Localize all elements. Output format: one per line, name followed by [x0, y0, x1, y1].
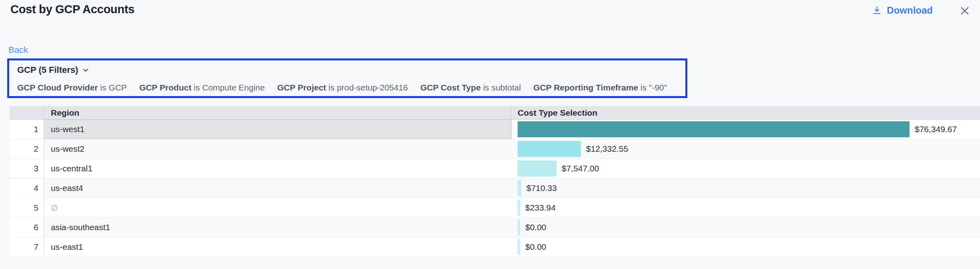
cost-bar: [518, 180, 521, 196]
filter-condition: is GCP: [100, 83, 127, 92]
table-row[interactable]: 4 us-east4 $710.33: [10, 179, 980, 198]
cost-cell: $7,547.00: [512, 159, 980, 178]
region-cell[interactable]: us-east4: [44, 179, 512, 198]
table-row[interactable]: 6 asia-southeast1 $0.00: [10, 218, 980, 237]
cost-cell: $710.33: [512, 179, 980, 198]
filter-condition: is prod-setup-205416: [328, 83, 408, 92]
filter-item: GCP Cost Type is subtotal: [420, 83, 521, 92]
cost-value-label: $0.00: [525, 242, 546, 252]
cost-bar: [518, 161, 556, 177]
row-number: 1: [10, 120, 44, 139]
cost-value-label: $12,332.55: [586, 144, 628, 154]
chevron-down-icon: [82, 66, 90, 74]
filter-condition: is Compute Engine: [194, 83, 265, 92]
region-cell[interactable]: us-central1: [44, 159, 512, 178]
region-column-header: Region: [44, 106, 512, 119]
region-cell[interactable]: us-west1: [44, 120, 512, 139]
filter-condition: is "-90": [641, 83, 667, 92]
table-row[interactable]: 3 us-central1 $7,547.00: [10, 159, 980, 179]
row-number: 2: [10, 139, 44, 159]
filter-name: GCP Project: [277, 83, 326, 92]
download-icon: [872, 5, 882, 16]
region-cell[interactable]: us-west2: [44, 139, 512, 159]
filter-condition: is subtotal: [483, 83, 521, 92]
cost-bar: [518, 141, 581, 157]
filter-summary-label: GCP (5 Filters): [17, 65, 78, 75]
cost-table: Region Cost Type Selection 1 us-west1 $7…: [10, 106, 980, 257]
filter-name: GCP Reporting Timeframe: [533, 83, 638, 92]
row-number: 4: [10, 179, 44, 198]
filter-item-list: GCP Cloud Provider is GCP GCP Product is…: [17, 83, 667, 92]
filter-item: GCP Reporting Timeframe is "-90": [533, 83, 667, 92]
close-icon: [959, 5, 970, 16]
row-number: 7: [10, 237, 44, 257]
cost-cell: $0.00: [512, 237, 980, 257]
cost-cell: $0.00: [512, 218, 980, 237]
cost-value-label: $7,547.00: [562, 164, 599, 173]
cost-cell: $12,332.55: [512, 139, 980, 159]
cost-value-label: $76,349.67: [915, 124, 957, 134]
filter-name: GCP Cost Type: [420, 83, 481, 92]
region-cell[interactable]: asia-southeast1: [44, 218, 512, 237]
table-row[interactable]: 1 us-west1 $76,349.67: [10, 120, 980, 139]
row-number: 3: [10, 159, 44, 178]
filter-item: GCP Cloud Provider is GCP: [17, 83, 127, 92]
close-button[interactable]: [958, 4, 971, 17]
filter-panel: GCP (5 Filters) GCP Cloud Provider is GC…: [7, 58, 687, 98]
back-link[interactable]: Back: [8, 45, 28, 55]
page-title: Cost by GCP Accounts: [10, 3, 135, 16]
row-number: 6: [10, 218, 44, 237]
download-button[interactable]: Download: [872, 5, 933, 16]
table-header-row: Region Cost Type Selection: [10, 106, 980, 120]
filter-item: GCP Project is prod-setup-205416: [277, 83, 408, 92]
table-row[interactable]: 2 us-west2 $12,332.55: [10, 139, 980, 159]
cost-value-label: $233.94: [525, 203, 556, 213]
region-cell[interactable]: us-east1: [44, 237, 512, 257]
table-body: 1 us-west1 $76,349.67 2 us-west2 $12,332…: [10, 120, 980, 257]
cost-value-label: $0.00: [525, 223, 546, 232]
cost-bar: [518, 239, 520, 255]
cost-column-header: Cost Type Selection: [512, 106, 980, 119]
download-label: Download: [887, 5, 933, 16]
filter-item: GCP Product is Compute Engine: [139, 83, 265, 92]
row-number: 5: [10, 198, 44, 217]
cost-bar: [518, 121, 910, 137]
table-row[interactable]: 7 us-east1 $0.00: [10, 237, 980, 257]
cost-value-label: $710.33: [526, 183, 557, 193]
region-cell[interactable]: ∅: [44, 198, 512, 217]
table-row[interactable]: 5 ∅ $233.94: [10, 198, 980, 218]
filter-name: GCP Product: [139, 83, 191, 92]
cost-bar: [518, 200, 520, 216]
filter-name: GCP Cloud Provider: [17, 83, 98, 92]
row-number-column-header: [10, 106, 44, 119]
filter-summary-dropdown[interactable]: GCP (5 Filters): [17, 65, 90, 75]
cost-cell: $76,349.67: [512, 120, 980, 139]
cost-bar: [518, 219, 520, 235]
cost-cell: $233.94: [512, 198, 980, 217]
